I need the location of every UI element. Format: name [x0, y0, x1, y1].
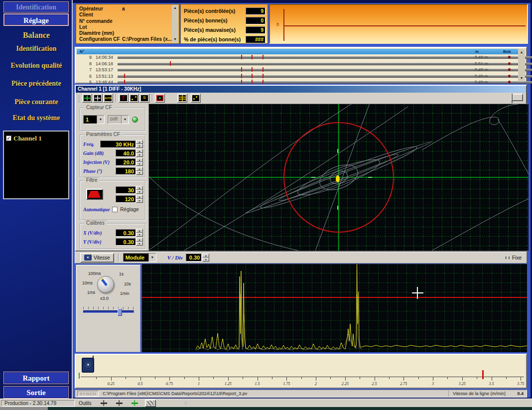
probe-select[interactable]: 1▼	[83, 115, 105, 124]
waveform-icon: ≈	[141, 95, 148, 101]
vdiv-spinner[interactable]: ▲▼	[202, 254, 209, 262]
defect-mark	[252, 55, 253, 59]
row-length: 3.49 m	[468, 55, 488, 60]
zoom-slider[interactable]	[83, 307, 134, 313]
hatch-tool-button[interactable]	[145, 400, 156, 407]
sidebar-item-piece-courante[interactable]: Pièce courante	[0, 98, 73, 106]
filtre-group-label: Filtre	[84, 177, 99, 183]
timeline-axis[interactable]: 0.250.50.7511.251.51.7522.252.52.7533.25…	[81, 377, 524, 389]
slider-thumb[interactable]	[118, 308, 122, 316]
automatique-checkbox[interactable]	[112, 207, 118, 212]
split-view-icon	[179, 95, 186, 101]
channel1-checkbox[interactable]: ✓	[6, 136, 11, 141]
y-vdiv-value[interactable]: 0.30	[116, 238, 136, 246]
freeze-button[interactable]: F	[119, 94, 129, 103]
center-crosshair-icon	[84, 95, 91, 101]
module-select[interactable]: Module▼	[123, 253, 156, 262]
bobbin-camera-icon[interactable]	[82, 358, 94, 373]
multiplier-label: x3.0	[100, 296, 109, 301]
fixe-button[interactable]: I IFixe	[505, 255, 522, 261]
channel-window-titlebar[interactable]: Channel 1 [1 DIFF - 30KHz]	[76, 86, 526, 93]
timeline-tick	[521, 377, 521, 381]
xy-view-button[interactable]	[191, 94, 201, 103]
alarm-zone-icon	[156, 95, 163, 101]
minimize-scope-button[interactable]	[511, 94, 523, 101]
x-vdiv-value[interactable]: 0.30	[116, 229, 136, 237]
vdiv-value[interactable]: 0.30	[186, 254, 202, 262]
calibres-group-label: Calibres	[84, 220, 107, 226]
sidebar-item-etat-systeme[interactable]: Etat du système	[0, 114, 73, 122]
table-row[interactable]: 713:53:17 3.49 m	[77, 67, 525, 73]
split-view-button[interactable]	[177, 94, 187, 103]
defect-mark	[124, 74, 125, 78]
timebase-knob[interactable]	[97, 276, 114, 293]
timeline-tick-label: 1.5	[255, 382, 260, 386]
scroll-down-icon[interactable]: ▼	[518, 75, 525, 82]
sidebar-item-identification[interactable]: Identification	[0, 45, 73, 53]
timeline-tick-label: 3.5	[489, 382, 494, 386]
defect-mark	[241, 55, 242, 59]
timeline-tick	[272, 377, 272, 379]
center-display-button[interactable]	[82, 94, 92, 103]
timeline-tick	[258, 377, 258, 381]
filter-high-value[interactable]: 30	[116, 186, 136, 194]
defect-mark	[241, 74, 242, 78]
chevron-down-icon[interactable]: ▼	[121, 116, 129, 124]
x-vdiv-spinner[interactable]: ▲▼	[136, 229, 143, 237]
scroll-down-icon[interactable]: ▼	[172, 36, 178, 43]
mode-select[interactable]: Diff▼	[108, 115, 129, 124]
filter-high-spinner[interactable]: ▲▼	[136, 186, 143, 194]
table-row[interactable]: 613:51:13 3.49 m	[77, 73, 525, 80]
injection-spinner[interactable]: ▲▼	[136, 158, 143, 166]
toolbar-grip-handle[interactable]	[78, 94, 80, 102]
gain-value[interactable]: 40.0	[116, 149, 136, 157]
current-position-marker[interactable]	[482, 370, 484, 379]
gain-spinner[interactable]: ▲▼	[136, 149, 143, 157]
sidebar-button-rapport[interactable]: Rapport	[3, 372, 69, 384]
auto-balance-button[interactable]: AUTO	[103, 94, 113, 103]
chevron-down-icon[interactable]: ▼	[148, 254, 156, 262]
phase-value[interactable]: 180	[116, 167, 136, 175]
alarm-zone-button[interactable]	[155, 94, 165, 103]
move-tool-icon[interactable]	[101, 400, 107, 407]
vitesse-button[interactable]: Vitesse	[80, 253, 114, 263]
table-row[interactable]: 914:06:34 3.49 m	[77, 54, 525, 61]
sidebar-item-evolution-qualite[interactable]: Evolution qualité	[0, 62, 73, 70]
sidebar-item-balance[interactable]: Balance	[0, 31, 73, 40]
table-row[interactable]: 814:06:18 3.51 m	[77, 61, 525, 67]
waveform-view-button[interactable]: ≈	[139, 94, 149, 103]
move-tool-active-icon[interactable]	[132, 400, 138, 407]
slider-track[interactable]	[83, 310, 134, 313]
spot-marker	[336, 175, 340, 182]
scroll-up-icon[interactable]: ▲	[518, 49, 525, 56]
chevron-down-icon[interactable]: ▼	[97, 116, 104, 124]
freq-value[interactable]: 30 KHz	[100, 140, 136, 148]
line-speed-value: 0.4	[510, 391, 527, 396]
defect-mark	[263, 74, 264, 78]
defect-mark	[252, 80, 253, 84]
info-scrollbar[interactable]: ▲▼	[172, 5, 178, 43]
sidebar-button-reglage[interactable]: Réglage	[3, 13, 69, 26]
filter-low-spinner[interactable]: ▲▼	[136, 195, 143, 203]
y-vdiv-spinner[interactable]: ▲▼	[136, 238, 143, 246]
phase-rotation-button[interactable]	[129, 94, 139, 103]
scroll-up-icon[interactable]: ▲	[172, 5, 178, 11]
move-tool-icon[interactable]	[116, 400, 123, 407]
filter-low-value[interactable]: 120	[116, 195, 136, 203]
phase-spinner[interactable]: ▲▼	[136, 167, 143, 175]
info-value: C:\Program Files (x...	[122, 36, 172, 42]
timeline-tick	[286, 377, 287, 381]
balance-button[interactable]	[93, 94, 103, 103]
strip-chart[interactable]	[142, 264, 527, 352]
sidebar-button-sortie[interactable]: Sortie	[3, 386, 69, 399]
freq-spinner[interactable]: ▲▼	[136, 140, 143, 148]
table-scrollbar[interactable]: ▲▼	[518, 49, 525, 82]
minimize-icon	[512, 94, 513, 103]
sidebar-item-piece-precedente[interactable]: Pièce précédente	[0, 80, 73, 88]
toolbar-separator	[116, 94, 117, 102]
injection-value[interactable]: 20.0	[116, 158, 136, 166]
sidebar-button-identification-top[interactable]: Identification	[3, 1, 69, 12]
xy-lissajous-scope[interactable]	[148, 104, 528, 250]
bandpass-filter-icon[interactable]	[86, 189, 103, 200]
row-length: 3.49 m	[468, 74, 488, 79]
